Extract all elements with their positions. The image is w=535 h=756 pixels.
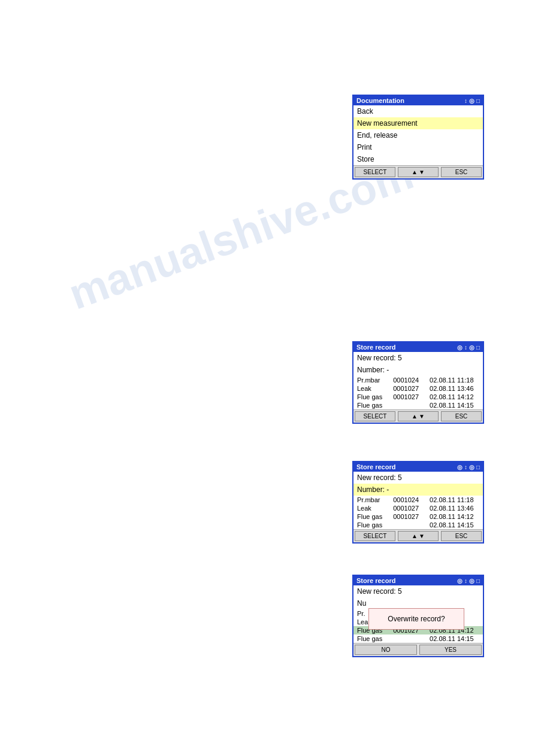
arrow-down-icon-3: ▼: [419, 533, 425, 539]
arrow-down-icon-2: ▼: [419, 413, 425, 420]
table-row[interactable]: Flue gas 0001027 02.08.11 14:12: [353, 393, 483, 401]
row-id: [389, 401, 426, 409]
store-record-3-toolbar: NO YES: [353, 643, 483, 656]
circle-icon-2: ◎: [469, 344, 474, 351]
number-label-2: Number: -: [353, 484, 483, 496]
documentation-toolbar: SELECT ▲ ▼ ESC: [353, 165, 483, 178]
nav-button-2[interactable]: ▲ ▼: [398, 411, 439, 421]
row-id: 0001027: [389, 512, 426, 521]
store-record-1-title: Store record: [356, 344, 395, 351]
row-date: 02.08.11 14:15: [426, 634, 483, 643]
esc-button-3[interactable]: ESC: [441, 531, 482, 541]
table-row[interactable]: Pr.mbar 0001024 02.08.11 11:18: [353, 376, 483, 384]
overwrite-message: Overwrite record?: [388, 615, 445, 623]
store-table-2: Pr.mbar 0001024 02.08.11 11:18 Leak 0001…: [353, 496, 483, 529]
store-record-3-title-bar: Store record ◎ ↕ ◎ □: [353, 576, 483, 585]
new-record-label-1: New record: 5: [353, 352, 483, 364]
menu-item-back[interactable]: Back: [353, 105, 483, 117]
esc-button-2[interactable]: ESC: [441, 411, 482, 421]
table-row[interactable]: Leak 0001027 02.08.11 13:46: [353, 384, 483, 393]
select-button-3[interactable]: SELECT: [355, 531, 395, 541]
move-icon-3: ↕: [464, 578, 467, 584]
close-icon: □: [476, 98, 480, 104]
store-record-2-toolbar: SELECT ▲ ▼ ESC: [353, 529, 483, 542]
menu-item-store[interactable]: Store: [353, 153, 483, 165]
arrow-down-icon: ▼: [419, 169, 425, 175]
store-record-2-title-bar: Store record ◎ ↕ ◎ □: [353, 462, 483, 472]
row-date: 02.08.11 14:12: [426, 512, 483, 521]
row-date: 02.08.11 13:46: [426, 384, 483, 393]
row-id: 0001024: [389, 496, 426, 504]
close-icon-3: □: [476, 578, 480, 584]
table-row[interactable]: Flue gas 0001027 02.08.11 14:12: [353, 512, 483, 521]
yes-button[interactable]: YES: [419, 645, 482, 655]
documentation-title-bar: Documentation ↕ ◎ □: [353, 96, 483, 105]
move-icon-1: ↕: [464, 344, 467, 351]
circle-icon-6: ◎: [469, 578, 474, 584]
store-record-1-title-bar: Store record ◎ ↕ ◎ □: [353, 342, 483, 352]
arrow-up-icon-2: ▲: [412, 413, 418, 420]
store-record-3-title-icons: ◎ ↕ ◎ □: [457, 578, 480, 584]
table-row[interactable]: Flue gas 02.08.11 14:15: [353, 401, 483, 409]
circle-icon-4: ◎: [469, 464, 474, 470]
nav-button[interactable]: ▲ ▼: [398, 167, 439, 177]
row-date: 02.08.11 11:18: [426, 496, 483, 504]
table-row[interactable]: Pr.mbar 0001024 02.08.11 11:18: [353, 496, 483, 504]
number-label-3: Nu: [353, 597, 483, 609]
esc-button[interactable]: ESC: [441, 167, 482, 177]
documentation-menu: Back New measurement End, release Print …: [353, 105, 483, 165]
number-label-1: Number: -: [353, 364, 483, 376]
menu-item-new-measurement[interactable]: New measurement: [353, 117, 483, 129]
nav-button-3[interactable]: ▲ ▼: [398, 531, 439, 541]
row-id: 0001024: [389, 376, 426, 384]
store-record-1-toolbar: SELECT ▲ ▼ ESC: [353, 409, 483, 423]
row-date: 02.08.11 13:46: [426, 504, 483, 512]
row-date: 02.08.11 14:12: [426, 393, 483, 401]
close-icon-2: □: [476, 464, 480, 470]
store-record-panel-2: Store record ◎ ↕ ◎ □ New record: 5 Numbe…: [352, 461, 484, 544]
no-button[interactable]: NO: [355, 645, 417, 655]
row-date: 02.08.11 14:15: [426, 521, 483, 529]
documentation-panel: Documentation ↕ ◎ □ Back New measurement…: [352, 95, 484, 180]
select-button-2[interactable]: SELECT: [355, 411, 395, 421]
store-record-1-body: New record: 5 Number: - Pr.mbar 0001024 …: [353, 352, 483, 409]
table-row[interactable]: Leak 0001027 02.08.11 13:46: [353, 504, 483, 512]
circle-icon-1: ◎: [457, 344, 463, 351]
documentation-title-icons: ↕ ◎ □: [464, 98, 480, 104]
row-id: 0001027: [389, 504, 426, 512]
row-type: Flue gas: [353, 393, 389, 401]
store-table-1: Pr.mbar 0001024 02.08.11 11:18 Leak 0001…: [353, 376, 483, 409]
row-id: 0001027: [389, 393, 426, 401]
arrow-up-icon-3: ▲: [412, 533, 418, 539]
circle-icon-5: ◎: [457, 578, 463, 584]
row-type: Flue gas: [353, 512, 389, 521]
table-row[interactable]: Flue gas 02.08.11 14:15: [353, 521, 483, 529]
close-icon-1: □: [476, 344, 480, 351]
overwrite-dialog: Overwrite record?: [368, 608, 464, 630]
store-record-1-title-icons: ◎ ↕ ◎ □: [457, 344, 480, 351]
new-record-label-3: New record: 5: [353, 585, 483, 597]
row-date: 02.08.11 11:18: [426, 376, 483, 384]
store-record-2-title: Store record: [356, 463, 395, 470]
arrow-up-icon: ▲: [412, 169, 418, 175]
move-icon: ↕: [464, 98, 467, 104]
store-record-2-body: New record: 5 Number: - Pr.mbar 0001024 …: [353, 472, 483, 529]
row-type: Leak: [353, 504, 389, 512]
row-id: [389, 521, 426, 529]
circle-icon-3: ◎: [457, 464, 463, 470]
store-record-panel-1: Store record ◎ ↕ ◎ □ New record: 5 Numbe…: [352, 341, 484, 424]
circle-icon: ◎: [469, 98, 474, 104]
row-id: [389, 634, 426, 643]
table-row[interactable]: Flue gas 02.08.11 14:15: [353, 634, 483, 643]
store-record-3-title: Store record: [356, 577, 395, 584]
new-record-label-2: New record: 5: [353, 472, 483, 484]
menu-item-end-release[interactable]: End, release: [353, 129, 483, 141]
row-type: Pr.mbar: [353, 496, 389, 504]
store-record-3-body: New record: 5 Nu Pr. Lea Flue gas 000102…: [353, 585, 483, 643]
row-type: Pr.mbar: [353, 376, 389, 384]
row-date: 02.08.11 14:15: [426, 401, 483, 409]
store-record-panel-3: Store record ◎ ↕ ◎ □ New record: 5 Nu Pr…: [352, 575, 484, 657]
row-type: Flue gas: [353, 634, 389, 643]
menu-item-print[interactable]: Print: [353, 141, 483, 153]
select-button[interactable]: SELECT: [355, 167, 395, 177]
